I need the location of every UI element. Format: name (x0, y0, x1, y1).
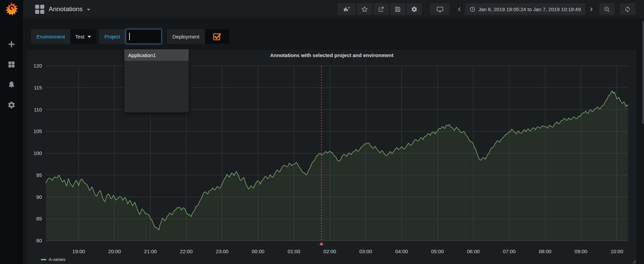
svg-text:20:00: 20:00 (108, 248, 121, 254)
settings-button[interactable] (407, 3, 422, 15)
legend-item-a-series[interactable]: A-series (41, 257, 66, 262)
navbar-actions: Jan 6, 2019 18:05:24 to Jan 7, 2019 10:1… (336, 3, 635, 15)
svg-text:05:00: 05:00 (431, 248, 444, 254)
project-dropdown-menu: Application1 (124, 49, 189, 112)
svg-text:01:00: 01:00 (288, 248, 301, 254)
deployment-label: Deployment (167, 29, 205, 44)
svg-text:110: 110 (34, 107, 42, 112)
navbar: Annotations (23, 0, 644, 18)
grafana-app: Annotations (0, 0, 644, 264)
bell-icon[interactable] (7, 80, 16, 89)
svg-text:90: 90 (36, 194, 42, 200)
project-label: Project (99, 29, 126, 44)
chevron-down-icon (87, 9, 90, 11)
share-button[interactable] (374, 3, 389, 15)
svg-text:85: 85 (36, 216, 42, 221)
svg-text:100: 100 (33, 150, 42, 156)
star-button[interactable] (357, 3, 372, 15)
svg-text:22:00: 22:00 (180, 248, 193, 254)
svg-text:03:00: 03:00 (359, 248, 372, 254)
svg-text:08:00: 08:00 (539, 248, 552, 254)
svg-text:23:00: 23:00 (216, 248, 229, 254)
grafana-logo[interactable] (4, 2, 19, 17)
svg-text:10:00: 10:00 (611, 248, 623, 254)
graph-panel: Annotations with selected project and en… (27, 50, 637, 264)
svg-text:06:00: 06:00 (467, 248, 480, 254)
environment-value: Test (75, 34, 85, 39)
sidebar (0, 0, 23, 264)
checked-checkbox-icon (213, 32, 221, 41)
svg-text:21:00: 21:00 (144, 248, 157, 254)
svg-text:00:00: 00:00 (252, 248, 265, 254)
tv-mode-button[interactable] (430, 3, 450, 15)
clock-icon (470, 6, 475, 12)
dashboard-grid-icon (35, 5, 44, 14)
time-forward-button[interactable] (587, 3, 595, 15)
page-scrollbar-thumb[interactable] (642, 21, 644, 124)
dropdown-option-application1[interactable]: Application1 (124, 49, 189, 61)
filter-project: Project (99, 29, 162, 44)
legend-label: A-series (49, 257, 66, 262)
environment-label: Environment (31, 29, 70, 44)
gear-icon[interactable] (7, 101, 16, 109)
filter-environment: Environment Test (31, 29, 96, 44)
panel-resize-handle[interactable] (632, 260, 636, 263)
dashboard-title-picker[interactable]: Annotations (35, 5, 90, 14)
svg-text:120: 120 (33, 63, 42, 69)
time-back-button[interactable] (455, 3, 464, 15)
refresh-button[interactable] (620, 3, 635, 15)
svg-text:07:00: 07:00 (503, 248, 516, 254)
svg-text:95: 95 (36, 172, 42, 178)
time-range-picker[interactable]: Jan 6, 2019 18:05:24 to Jan 7, 2019 10:1… (465, 3, 585, 15)
chevron-down-icon (88, 36, 91, 38)
time-range-label: Jan 6, 2019 18:05:24 to Jan 7, 2019 10:1… (478, 6, 581, 12)
svg-text:04:00: 04:00 (395, 248, 408, 254)
add-panel-button[interactable] (337, 3, 356, 15)
dashboards-icon[interactable] (7, 60, 16, 69)
svg-text:19:00: 19:00 (72, 248, 85, 254)
svg-text:80: 80 (36, 238, 42, 243)
save-button[interactable] (390, 3, 405, 15)
plus-icon[interactable] (7, 40, 16, 49)
text-cursor (129, 33, 130, 40)
time-series-chart[interactable]: 8085909510010511011512019:0020:0021:0022… (27, 50, 637, 264)
zoom-out-button[interactable] (599, 3, 615, 15)
legend-swatch (41, 259, 46, 260)
filter-deployment: Deployment (167, 29, 229, 44)
svg-text:105: 105 (33, 128, 42, 134)
page-title: Annotations (49, 5, 82, 13)
svg-text:02:00: 02:00 (324, 248, 336, 254)
svg-text:09:00: 09:00 (575, 248, 588, 254)
deployment-checkbox[interactable] (205, 29, 229, 44)
svg-text:115: 115 (34, 85, 42, 90)
project-input[interactable] (126, 29, 162, 44)
environment-value-dropdown[interactable]: Test (70, 29, 96, 44)
